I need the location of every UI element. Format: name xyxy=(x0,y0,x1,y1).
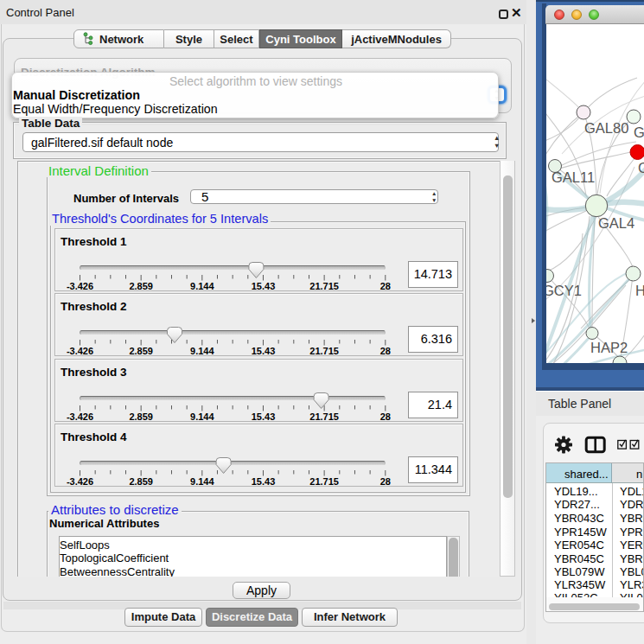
svg-text:GA: GA xyxy=(634,124,644,140)
svg-text:GCY1: GCY1 xyxy=(546,283,582,298)
svg-text:GAL4: GAL4 xyxy=(598,215,634,231)
svg-text:HAP2: HAP2 xyxy=(590,340,628,355)
svg-text:H: H xyxy=(635,283,644,298)
svg-text:GAL80: GAL80 xyxy=(584,120,628,136)
svg-text:GAL11: GAL11 xyxy=(552,169,595,185)
svg-text:C: C xyxy=(638,160,644,175)
